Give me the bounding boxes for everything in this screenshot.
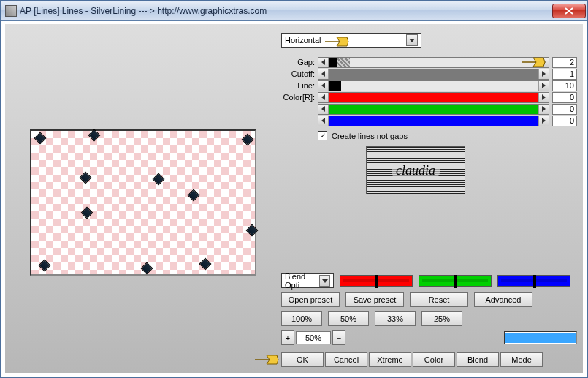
color-r-label: Color[R]: (281, 93, 318, 102)
zoom-value-input[interactable]: 50% (296, 331, 331, 344)
zoom-100-button[interactable]: 100% (281, 311, 322, 326)
line-increase[interactable] (538, 81, 549, 91)
zoom-plus-button[interactable]: + (281, 330, 294, 345)
vendor-logo-text: claudia (392, 163, 440, 178)
blend-button[interactable]: Blend (457, 352, 499, 367)
cutoff-row: Cutoff: -1 (281, 68, 577, 80)
gap-value[interactable]: 2 (552, 57, 577, 68)
zoom-33-button[interactable]: 33% (375, 311, 416, 326)
pointer-hand-icon (253, 352, 280, 367)
color-g-row: 0 (281, 103, 577, 115)
mode-button[interactable]: Mode (500, 352, 543, 367)
blend-options-value: Blend Opti (285, 272, 319, 290)
sliders-group: Gap: 2 Cutoff: (281, 56, 577, 126)
controls-panel: Horizontal Gap: 2 (281, 33, 577, 367)
gap-row: Gap: 2 (281, 56, 577, 68)
orientation-value: Horizontal (285, 36, 321, 45)
line-label: Line: (281, 81, 318, 90)
save-preset-button[interactable]: Save preset (345, 292, 404, 307)
color-g-slider[interactable] (318, 104, 549, 115)
open-preset-button[interactable]: Open preset (281, 292, 340, 307)
create-lines-checkbox-row: ✓ Create lines not gaps (318, 131, 577, 140)
cutoff-decrease[interactable] (318, 69, 329, 79)
r-increase[interactable] (538, 93, 549, 102)
b-increase[interactable] (538, 116, 549, 126)
action-buttons-row: OK Cancel Xtreme Color Blend Mode (281, 352, 577, 367)
app-icon (5, 5, 17, 17)
cutoff-increase[interactable] (538, 69, 549, 79)
preview-panel (30, 129, 256, 276)
color-r-value[interactable]: 0 (552, 92, 577, 103)
zoom-25-button[interactable]: 25% (421, 311, 462, 326)
client-area: Horizontal Gap: 2 (5, 24, 583, 373)
orientation-dropdown[interactable]: Horizontal (281, 33, 421, 48)
green-mix-slider[interactable] (419, 275, 492, 287)
zoom-50-button[interactable]: 50% (328, 311, 369, 326)
advanced-button[interactable]: Advanced (474, 292, 532, 307)
ok-button[interactable]: OK (281, 352, 324, 367)
cutoff-value[interactable]: -1 (552, 69, 577, 80)
zoom-minus-button[interactable]: − (332, 330, 345, 345)
chevron-down-icon[interactable] (406, 34, 418, 46)
blend-options-dropdown[interactable]: Blend Opti (281, 273, 334, 288)
g-increase[interactable] (538, 105, 549, 114)
vendor-logo: claudia (366, 146, 465, 194)
color-r-slider[interactable] (318, 92, 549, 103)
color-r-row: Color[R]: 0 (281, 91, 577, 103)
chevron-down-icon[interactable] (319, 275, 330, 287)
color-b-value[interactable]: 0 (552, 116, 577, 126)
line-row: Line: 10 (281, 80, 577, 91)
gap-slider[interactable] (318, 57, 549, 68)
xtreme-button[interactable]: Xtreme (369, 352, 411, 367)
cancel-button[interactable]: Cancel (325, 352, 367, 367)
window-title: AP [Lines] Lines - SilverLining --- > ht… (20, 6, 552, 16)
checker-bg (31, 131, 255, 274)
color-g-value[interactable]: 0 (552, 104, 577, 115)
g-decrease[interactable] (318, 105, 329, 114)
line-value[interactable]: 10 (552, 80, 577, 91)
color-swatch[interactable] (504, 331, 577, 344)
plugin-window: AP [Lines] Lines - SilverLining --- > ht… (0, 0, 588, 378)
gap-decrease[interactable] (318, 58, 329, 67)
create-lines-checkbox[interactable]: ✓ (318, 131, 327, 140)
color-b-row: 0 (281, 115, 577, 126)
line-slider[interactable] (318, 80, 549, 91)
b-decrease[interactable] (318, 116, 329, 126)
blue-mix-slider[interactable] (497, 275, 570, 287)
color-button[interactable]: Color (413, 352, 455, 367)
line-decrease[interactable] (318, 81, 329, 91)
cutoff-label: Cutoff: (281, 69, 318, 78)
r-decrease[interactable] (318, 93, 329, 102)
gap-increase[interactable] (538, 58, 549, 67)
gap-label: Gap: (281, 58, 318, 67)
reset-button[interactable]: Reset (410, 292, 468, 307)
color-b-slider[interactable] (318, 116, 549, 126)
cutoff-slider[interactable] (318, 69, 549, 80)
close-button[interactable] (552, 4, 586, 18)
title-bar[interactable]: AP [Lines] Lines - SilverLining --- > ht… (1, 1, 587, 21)
create-lines-label: Create lines not gaps (332, 132, 408, 140)
red-mix-slider[interactable] (340, 275, 413, 287)
